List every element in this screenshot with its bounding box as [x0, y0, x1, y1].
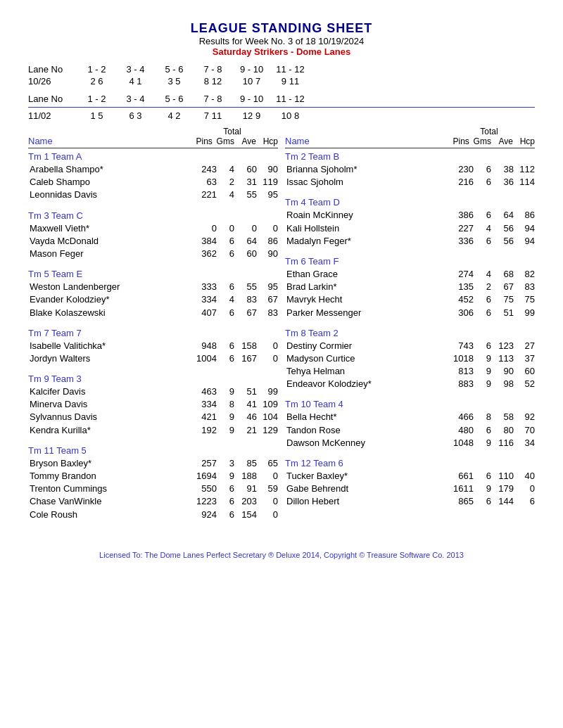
player-ave: 154 — [234, 509, 257, 521]
player-hcp: 70 — [514, 424, 535, 437]
player-row: Tandon Rose48068070 — [285, 424, 535, 437]
player-pins: 743 — [447, 340, 474, 352]
schedule-row-header-1: Lane No 1 - 2 3 - 4 5 - 6 7 - 8 9 - 10 1… — [28, 64, 535, 75]
player-hcp: 0 — [514, 483, 535, 495]
right-total-label: Total — [443, 127, 535, 136]
player-pins: 192 — [190, 424, 217, 437]
pair-1-3: 5 - 6 — [155, 64, 194, 75]
player-pins: 230 — [447, 163, 474, 176]
player-row: Dawson McKenney1048911634 — [285, 437, 535, 449]
player-stats: 33665694 — [443, 235, 535, 248]
player-row: Arabella Shampo*24346090 — [28, 163, 278, 176]
player-name: Dillon Hebert — [285, 495, 443, 508]
player-stats: 25738565 — [186, 457, 278, 470]
player-name: Bella Hecht* — [285, 411, 443, 423]
player-hcp: 90 — [257, 248, 278, 260]
team-block: Tm 5 Team EWeston Landenberger33365595Ev… — [28, 269, 278, 319]
player-stats: 33448367 — [186, 293, 278, 306]
player-row: Issac Sjoholm216636114 — [285, 176, 535, 189]
player-row: Roain McKinney38666486 — [285, 209, 535, 222]
player-pins: 334 — [190, 398, 217, 411]
player-name: Caleb Shampo — [28, 176, 186, 189]
player-name: Blake Kolaszewski — [28, 307, 186, 319]
player-ave: 91 — [234, 483, 257, 495]
player-hcp: 95 — [257, 281, 278, 293]
player-name: Roain McKinney — [285, 209, 443, 222]
player-row: Evander Kolodziey*33448367 — [28, 293, 278, 306]
team-name: Tm 9 Team 3 — [28, 373, 278, 384]
player-pins: 135 — [447, 281, 474, 293]
player-row: Cole Roush92461540 — [28, 509, 278, 521]
player-gms: 9 — [217, 424, 234, 437]
player-hcp: 112 — [514, 163, 535, 176]
player-row: Gabe Behrendt161191790 — [285, 483, 535, 495]
right-pins-header: Pins — [443, 136, 469, 146]
player-name: Destiny Cormier — [285, 340, 443, 352]
team-name: Tm 12 Team 6 — [285, 458, 535, 468]
player-name: Tandon Rose — [285, 424, 443, 437]
left-stat-cols: Pins Gms Ave Hcp — [186, 136, 278, 146]
player-gms: 9 — [474, 378, 491, 390]
player-hcp: 37 — [514, 352, 535, 365]
player-pins: 216 — [447, 176, 474, 189]
val-1-3: 3 5 — [155, 76, 194, 87]
player-hcp: 109 — [257, 398, 278, 411]
player-pins: 421 — [190, 411, 217, 423]
player-gms: 8 — [217, 398, 234, 411]
player-stats: 81399060 — [443, 365, 535, 378]
player-pins: 386 — [447, 209, 474, 222]
player-hcp: 27 — [514, 340, 535, 352]
player-row: Chase VanWinkle122362030 — [28, 495, 278, 508]
player-name: Trenton Cummings — [28, 483, 186, 495]
schedule-section: Lane No 1 - 2 3 - 4 5 - 6 7 - 8 9 - 10 1… — [28, 64, 535, 121]
right-stat-cols: Pins Gms Ave Hcp — [443, 136, 535, 146]
player-hcp: 95 — [257, 189, 278, 201]
player-row: Kalcifer Davis46395199 — [28, 385, 278, 398]
player-name: Minerva Davis — [28, 398, 186, 411]
val-1-1: 2 6 — [77, 76, 116, 87]
player-hcp: 0 — [257, 509, 278, 521]
player-stats: 421946104 — [186, 411, 278, 423]
player-pins: 274 — [447, 268, 474, 281]
player-row: Brianna Sjoholm*230638112 — [285, 163, 535, 176]
player-pins: 1223 — [190, 495, 217, 508]
player-row: Sylvannus Davis421946104 — [28, 411, 278, 423]
player-stats: 33365595 — [186, 281, 278, 293]
player-ave: 167 — [234, 352, 257, 365]
player-stats: 334841109 — [186, 398, 278, 411]
player-gms: 6 — [474, 209, 491, 222]
val-1-5: 10 7 — [232, 76, 271, 87]
pair-1-6: 11 - 12 — [271, 64, 310, 75]
team-block: Tm 4 Team DRoain McKinney38666486Kali Ho… — [285, 197, 535, 248]
player-name: Madalyn Feger* — [285, 235, 443, 248]
player-pins: 306 — [447, 307, 474, 319]
player-pins: 1611 — [447, 483, 474, 495]
pair-1-4: 7 - 8 — [194, 64, 232, 75]
player-stats: 27446882 — [443, 268, 535, 281]
player-name: Isabelle Valitichka* — [28, 340, 186, 352]
team-name: Tm 8 Team 2 — [285, 328, 535, 338]
player-name: Weston Landenberger — [28, 281, 186, 293]
player-hcp: 0 — [257, 340, 278, 352]
player-stats: 161191790 — [443, 483, 535, 495]
player-gms: 6 — [217, 340, 234, 352]
player-stats: 40766783 — [186, 307, 278, 319]
left-col-header: Name Total Pins Gms Ave Hcp — [28, 127, 278, 148]
player-gms: 6 — [217, 235, 234, 248]
player-stats: 38466486 — [186, 235, 278, 248]
right-gms-header: Gms — [469, 136, 491, 146]
val-2-1: 1 5 — [77, 110, 116, 121]
player-row: Madyson Curtice1018911337 — [285, 352, 535, 365]
player-name: Gabe Behrendt — [285, 483, 443, 495]
team-name: Tm 2 Team B — [285, 151, 535, 162]
player-pins: 550 — [190, 483, 217, 495]
player-hcp: 0 — [257, 222, 278, 235]
player-gms: 6 — [217, 509, 234, 521]
right-column: Name Total Pins Gms Ave Hcp Tm 2 Team BB… — [285, 127, 535, 530]
left-teams-container: Tm 1 Team AArabella Shampo*24346090Caleb… — [28, 151, 278, 521]
player-stats: 38666486 — [443, 209, 535, 222]
team-block: Tm 6 Team FEthan Grace27446882Brad Larki… — [285, 256, 535, 319]
player-gms: 6 — [474, 340, 491, 352]
player-ave: 51 — [234, 385, 257, 398]
player-name: Maxwell Vieth* — [28, 222, 186, 235]
